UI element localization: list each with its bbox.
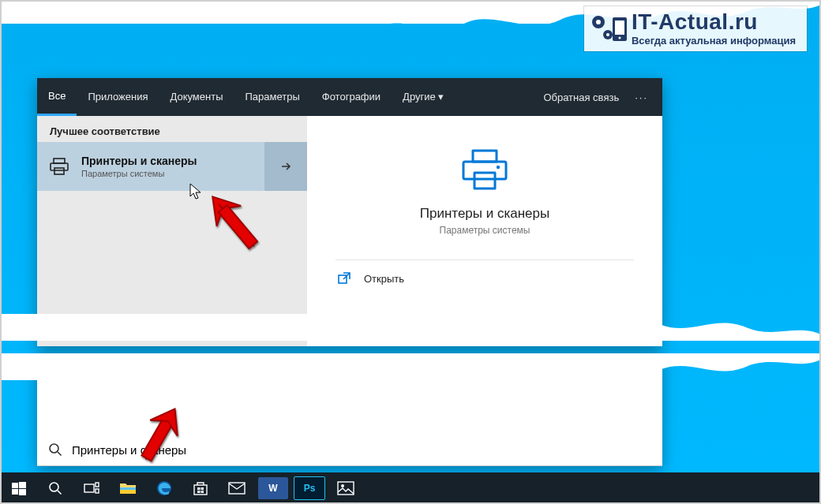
svg-rect-7	[54, 159, 65, 163]
svg-rect-30	[197, 487, 201, 490]
open-icon	[337, 271, 351, 286]
mail-icon	[228, 482, 246, 495]
store-icon	[193, 480, 208, 496]
taskbar-store[interactable]	[183, 472, 218, 504]
watermark: IT-Actual.ru Всегда актуальная информаци…	[584, 6, 807, 51]
result-detail-pane: Принтеры и сканеры Параметры системы Отк…	[307, 116, 662, 346]
svg-rect-9	[54, 168, 64, 174]
svg-line-16	[58, 452, 62, 456]
annotation-arrow	[197, 181, 268, 260]
svg-rect-31	[201, 487, 204, 490]
svg-point-15	[50, 444, 58, 453]
taskbar-photos[interactable]	[328, 472, 363, 504]
svg-rect-17	[12, 483, 18, 488]
svg-rect-33	[201, 491, 204, 493]
search-icon	[48, 481, 62, 495]
svg-point-1	[596, 20, 601, 24]
open-action[interactable]: Открыть	[337, 271, 404, 286]
chevron-down-icon: ▾	[438, 91, 444, 103]
detail-title: Принтеры и сканеры	[420, 206, 550, 222]
svg-rect-10	[473, 151, 497, 162]
svg-rect-11	[463, 162, 506, 179]
task-view-icon	[84, 482, 99, 495]
svg-rect-20	[19, 489, 26, 495]
svg-rect-12	[474, 173, 495, 189]
svg-rect-35	[338, 482, 354, 495]
svg-rect-23	[84, 484, 94, 492]
svg-point-3	[606, 33, 609, 36]
search-results-panel: Все Приложения Документы Параметры Фотог…	[37, 78, 662, 346]
tab-photos[interactable]: Фотографии	[311, 78, 392, 116]
start-button[interactable]	[2, 472, 36, 504]
tab-documents[interactable]: Документы	[159, 78, 234, 116]
more-options-button[interactable]: ···	[630, 91, 662, 103]
svg-rect-18	[19, 482, 26, 488]
torn-edge	[0, 353, 821, 377]
svg-point-6	[618, 37, 620, 39]
taskbar-word[interactable]: W	[256, 472, 291, 504]
taskbar: W Ps	[0, 472, 821, 504]
taskbar-photoshop[interactable]: Ps	[292, 472, 327, 504]
svg-point-13	[497, 166, 500, 169]
svg-rect-34	[229, 483, 245, 494]
open-label: Открыть	[364, 273, 404, 285]
search-icon	[48, 442, 62, 457]
svg-point-36	[341, 484, 344, 487]
watermark-sub: Всегда актуальная информация	[632, 35, 796, 47]
windows-logo-icon	[12, 481, 26, 495]
expand-result-button[interactable]	[264, 142, 307, 191]
annotation-arrow	[114, 396, 209, 467]
gears-phone-icon	[589, 11, 628, 47]
svg-rect-37	[219, 205, 257, 248]
torn-edge	[0, 314, 821, 338]
printer-large-icon	[457, 146, 512, 193]
mouse-cursor-icon	[189, 183, 204, 200]
tab-settings[interactable]: Параметры	[234, 78, 310, 116]
svg-rect-25	[96, 489, 99, 493]
svg-rect-19	[12, 489, 18, 495]
svg-rect-32	[197, 491, 201, 493]
svg-rect-29	[194, 485, 207, 495]
task-view-button[interactable]	[74, 472, 109, 504]
svg-point-21	[50, 483, 58, 491]
tab-apps[interactable]: Приложения	[77, 78, 159, 116]
result-subtitle: Параметры системы	[81, 169, 264, 178]
taskbar-mail[interactable]	[219, 472, 254, 504]
edge-icon	[156, 480, 172, 496]
result-title: Принтеры и сканеры	[81, 155, 264, 167]
taskbar-edge[interactable]	[147, 472, 182, 504]
feedback-link[interactable]: Обратная связь	[532, 91, 630, 103]
svg-line-22	[58, 491, 62, 495]
folder-icon	[119, 481, 137, 495]
tab-all[interactable]: Все	[37, 78, 77, 116]
detail-subtitle: Параметры системы	[440, 225, 530, 236]
svg-rect-24	[96, 483, 99, 487]
watermark-title: IT-Actual.ru	[632, 9, 796, 35]
svg-rect-5	[615, 21, 624, 35]
svg-rect-27	[120, 487, 136, 490]
printer-icon	[37, 157, 81, 176]
taskbar-search-button[interactable]	[38, 472, 73, 504]
best-match-label: Лучшее соответствие	[37, 116, 307, 142]
svg-rect-8	[51, 163, 68, 170]
tab-more[interactable]: Другие ▾	[392, 78, 455, 116]
divider	[336, 259, 634, 260]
taskbar-file-explorer[interactable]	[111, 472, 145, 504]
photos-icon	[337, 481, 354, 495]
search-filter-tabs: Все Приложения Документы Параметры Фотог…	[37, 78, 662, 116]
